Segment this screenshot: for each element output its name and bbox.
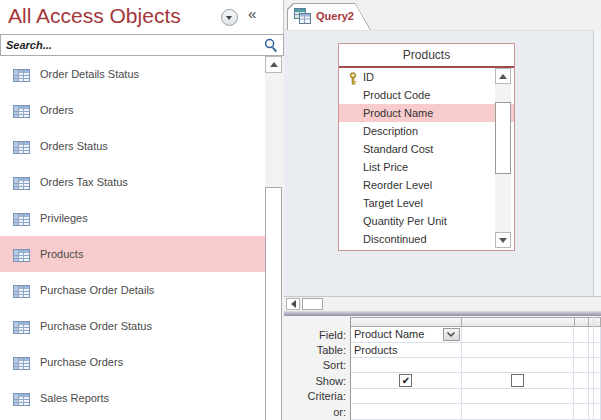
grid-row-sort [351,358,601,373]
field-list-item[interactable]: Discontinued [339,230,514,248]
sort-cell[interactable] [589,358,601,373]
sort-cell[interactable] [351,358,462,373]
column-header[interactable] [462,317,575,327]
table-cell[interactable]: Products [351,343,462,358]
field-list-item[interactable]: Standard Cost [339,140,514,158]
show-cell[interactable] [589,373,601,389]
table-cell[interactable] [462,343,575,358]
table-icon [13,140,30,153]
field-cell[interactable] [589,327,601,343]
nav-table-item[interactable]: Order Details Status [0,56,265,92]
field-list-item[interactable]: Reorder Level [339,176,514,194]
field-list-item[interactable]: Product Name [339,104,514,122]
or-cell[interactable] [589,404,601,420]
or-cell[interactable] [462,404,575,420]
field-list-scrollbar[interactable] [495,68,511,248]
field-name: Target Level [363,197,423,209]
nav-item-label: Purchase Orders [40,356,123,368]
triangle-down-icon [499,238,507,243]
nav-table-item[interactable]: Orders [0,92,265,128]
access-window: All Access Objects « Search... [0,0,601,420]
nav-scrollbar[interactable] [265,56,284,420]
field-name: Quantity Per Unit [363,215,447,227]
column-header[interactable] [589,317,601,327]
field-list-item[interactable]: Quantity Per Unit [339,212,514,230]
field-list-title[interactable]: Products [339,44,514,68]
field-cell[interactable]: Product Name [351,327,462,343]
nav-pane-title: All Access Objects [8,4,181,28]
grid-row-table: Products [351,343,601,358]
nav-table-item[interactable]: Products [0,236,265,272]
table-icon [13,356,30,369]
nav-table-item[interactable]: Orders Status [0,128,265,164]
triangle-up-icon [270,62,278,67]
or-cell[interactable] [574,404,589,420]
sort-cell[interactable] [574,358,589,373]
field-name: Standard Cost [363,143,433,155]
field-list-item[interactable]: List Price [339,158,514,176]
nav-table-item[interactable]: Purchase Orders [0,344,265,380]
field-list-products[interactable]: Products ID [338,43,515,251]
nav-table-item[interactable]: Purchase Order Status [0,308,265,344]
field-list-item[interactable]: Description [339,122,514,140]
field-list-scrollbar-thumb[interactable] [495,102,511,174]
scroll-down-button[interactable] [495,232,511,248]
field-cell[interactable] [574,327,589,343]
scroll-left-button[interactable] [286,298,300,310]
field-dropdown-button[interactable] [443,328,460,341]
grid-row-label: Table: [284,343,346,358]
diagram-horizontal-scrollbar[interactable] [284,296,601,311]
criteria-cell[interactable] [462,389,575,404]
document-tab-bar: Query2 [284,0,601,30]
query-icon [294,8,311,28]
criteria-cell[interactable] [589,389,601,404]
criteria-cell[interactable] [351,389,462,404]
nav-scrollbar-thumb[interactable] [265,187,282,420]
nav-item-label: Orders Status [40,140,108,152]
field-list-item[interactable]: Product Code [339,86,514,104]
grid-row-criteria [351,389,601,404]
nav-menu-dropdown-button[interactable] [221,9,238,26]
field-name: ID [363,71,374,83]
table-icon [13,104,30,117]
table-icon [13,248,30,261]
shutter-bar-collapse-button[interactable]: « [248,5,256,22]
sort-cell[interactable] [462,358,575,373]
search-icon[interactable] [264,38,278,57]
show-cell[interactable] [574,373,589,389]
column-header[interactable] [351,317,462,327]
diagram-vertical-scrollbar[interactable] [593,30,601,311]
criteria-cell[interactable] [574,389,589,404]
field-cell-value: Product Name [354,328,424,340]
grid-column-headers [351,317,601,327]
nav-table-item[interactable]: Orders Tax Status [0,164,265,200]
table-cell[interactable] [574,343,589,358]
show-checkbox-checked[interactable]: ✔ [399,374,412,387]
search-input[interactable]: Search... [0,34,284,56]
table-icon [13,212,30,225]
show-checkbox-unchecked[interactable] [511,374,524,387]
navigation-pane: All Access Objects « Search... [0,0,284,420]
nav-table-item[interactable]: Sales Reports [0,380,265,416]
horizontal-scrollbar-thumb[interactable] [302,298,323,310]
document-area: Query2 Products [284,0,601,420]
nav-table-item[interactable]: Privileges [0,200,265,236]
nav-table-item[interactable]: Purchase Order Details [0,272,265,308]
tab-query2[interactable]: Query2 [287,3,371,30]
scroll-up-button[interactable] [265,56,282,73]
field-list-item[interactable]: Target Level [339,194,514,212]
grid-row-label: Show: [284,373,346,389]
nav-item-label: Sales Reports [40,392,109,404]
or-cell[interactable] [351,404,462,420]
scroll-up-button[interactable] [495,68,511,84]
table-icon [13,68,30,81]
table-cell[interactable] [589,343,601,358]
triangle-left-icon [291,300,296,308]
primary-key-icon [347,71,359,84]
field-cell[interactable] [462,327,575,343]
column-header[interactable] [575,317,590,327]
field-name: Product Name [363,107,433,119]
field-name: Reorder Level [363,179,432,191]
field-list-item[interactable]: ID [339,68,514,86]
field-list-rows: ID Product Code [339,68,514,250]
